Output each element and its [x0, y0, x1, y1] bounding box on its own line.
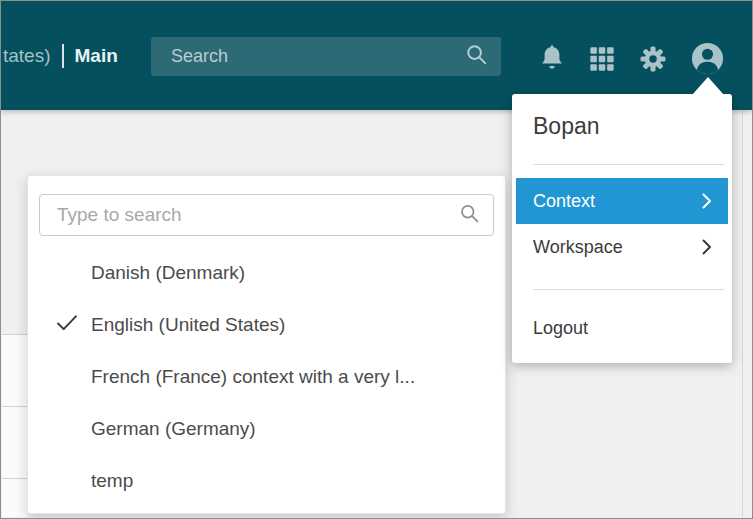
- chevron-right-icon: [702, 239, 712, 255]
- option-label: Danish (Denmark): [91, 262, 245, 284]
- user-menu: Bopan Context Workspace Logout: [512, 94, 732, 363]
- breadcrumb-truncated-text: tates): [3, 45, 51, 67]
- option-label: temp: [91, 470, 133, 492]
- search-icon: [459, 203, 480, 228]
- menu-item-workspace[interactable]: Workspace: [516, 224, 728, 270]
- global-search-input[interactable]: [151, 46, 465, 67]
- menu-item-context[interactable]: Context: [516, 178, 728, 224]
- background-table-row-divider: [2, 478, 27, 479]
- context-search-input[interactable]: [40, 204, 459, 226]
- user-avatar-icon[interactable]: [690, 41, 725, 76]
- user-menu-pointer-arrow: [692, 77, 724, 95]
- search-icon: [465, 43, 488, 70]
- context-option-english[interactable]: English (United States): [28, 299, 505, 351]
- user-name: Bopan: [512, 94, 732, 142]
- background-content-edge: [742, 110, 743, 517]
- option-label: English (United States): [91, 314, 285, 336]
- context-option-danish[interactable]: Danish (Denmark): [28, 247, 505, 299]
- menu-divider: [533, 164, 724, 165]
- notifications-bell-icon[interactable]: [538, 44, 566, 74]
- app-window: tates) Main: [0, 0, 753, 519]
- nav-main-link[interactable]: Main: [75, 45, 118, 67]
- breadcrumb-separator: [62, 44, 64, 68]
- app-grid-icon[interactable]: [588, 45, 616, 73]
- menu-item-label: Logout: [533, 318, 588, 339]
- context-option-list: Danish (Denmark) English (United States)…: [28, 247, 505, 507]
- context-option-temp[interactable]: temp: [28, 455, 505, 507]
- header-icon-group: [538, 41, 725, 76]
- breadcrumb: tates) Main: [3, 41, 118, 71]
- menu-item-label: Context: [533, 191, 595, 212]
- context-flyout: Danish (Denmark) English (United States)…: [27, 175, 506, 514]
- option-label: French (France) context with a very l...: [91, 366, 415, 388]
- chevron-right-icon: [702, 193, 712, 209]
- background-table-row-divider: [2, 406, 27, 407]
- context-option-french[interactable]: French (France) context with a very l...: [28, 351, 505, 403]
- menu-divider: [533, 289, 724, 290]
- global-search[interactable]: [151, 37, 501, 76]
- menu-item-logout[interactable]: Logout: [516, 305, 728, 351]
- option-label: German (Germany): [91, 418, 256, 440]
- check-icon: [57, 314, 77, 336]
- menu-item-label: Workspace: [533, 237, 623, 258]
- background-table: [2, 334, 27, 517]
- context-search[interactable]: [39, 194, 494, 236]
- context-option-german[interactable]: German (Germany): [28, 403, 505, 455]
- settings-gear-icon[interactable]: [638, 44, 668, 74]
